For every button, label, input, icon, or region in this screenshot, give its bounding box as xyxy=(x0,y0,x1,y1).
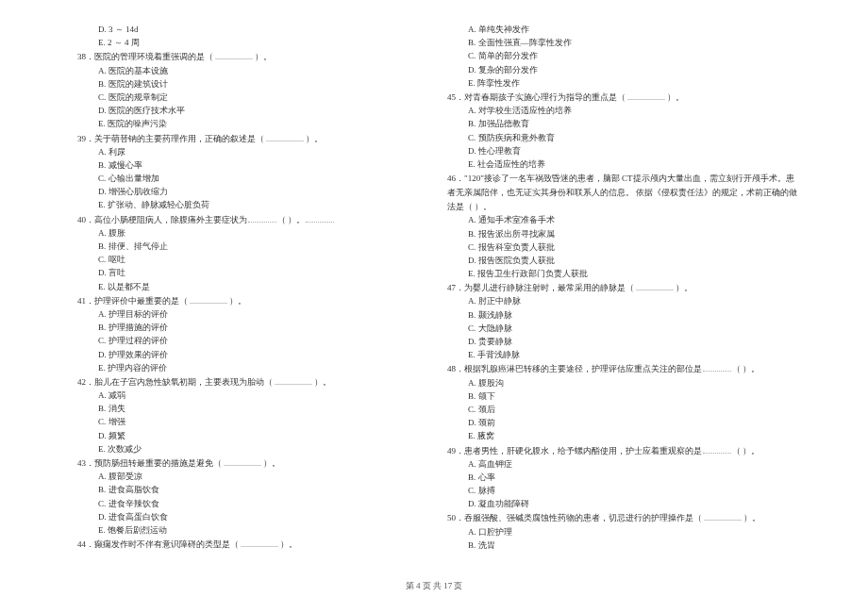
option: B. 减慢心率 xyxy=(77,160,421,172)
option: D. 凝血功能障碍 xyxy=(447,499,802,510)
option: B. 心率 xyxy=(447,472,802,484)
question-stem: 42．胎儿在子宫内急性缺氧初期，主要表现为胎动（）。 xyxy=(77,376,421,389)
option: A. 肘正中静脉 xyxy=(447,296,802,307)
option: D. 医院的医疗技术水平 xyxy=(77,106,421,117)
option: C. 报告科室负责人获批 xyxy=(447,242,802,254)
option: D. 增强心肌收缩力 xyxy=(77,187,421,198)
option: C. 进食辛辣饮食 xyxy=(77,499,421,510)
option: C. 预防疾病和意外教育 xyxy=(447,133,802,144)
option: E. 次数减少 xyxy=(77,444,421,456)
question-stem: 50．吞服强酸、强碱类腐蚀性药物的患者，切忌进行的护理操作是（）。 xyxy=(447,512,802,524)
option: C. 脉搏 xyxy=(447,486,802,497)
option: E. 腋窝 xyxy=(447,431,802,442)
question-stem-line: 者无亲属陪伴，也无证实其身份和联系人的信息。 依据《侵权责任法》的规定，术前正确… xyxy=(447,187,802,199)
left-column: D. 3 ～ 14d E. 2 ～ 4 周 38．医院的管理环境着重强调的是（）… xyxy=(77,25,440,554)
option: C. 医院的规章制定 xyxy=(77,92,421,104)
question-stem: 41．护理评价中最重要的是（）。 xyxy=(77,295,421,307)
option: D. 性心理教育 xyxy=(447,146,802,157)
option: D. 报告医院负责人获批 xyxy=(447,256,802,267)
question-stem: 43．预防肠扭转最重要的措施是避免（）。 xyxy=(77,457,421,470)
option: C. 呕吐 xyxy=(77,255,421,266)
option: E. 报告卫生行政部门负责人获批 xyxy=(447,269,802,280)
option: B. 加强品德教育 xyxy=(447,119,802,130)
option: D. 颈前 xyxy=(447,418,802,429)
page-footer: 第 4 页 共 17 页 xyxy=(0,580,868,592)
option: A. 通知手术室准备手术 xyxy=(447,215,802,226)
option: E. 社会适应性的培养 xyxy=(447,159,802,171)
option: B. 护理措施的评价 xyxy=(77,323,421,334)
option: B. 排便、排气停止 xyxy=(77,241,421,253)
question-stem: 46．"120"接诊了一名车祸致昏迷的患者，脑部 CT提示颅内大量出血，需立刻行… xyxy=(447,173,802,185)
option: E. 阵挛性发作 xyxy=(447,78,802,90)
question-stem: 47．为婴儿进行静脉注射时，最常采用的静脉是（）。 xyxy=(447,282,802,294)
option: A. 利尿 xyxy=(77,147,421,158)
question-stem: 44．癫痫发作时不伴有意识障碍的类型是（）。 xyxy=(77,538,421,551)
option: B. 消失 xyxy=(77,404,421,415)
option: D. 贵要静脉 xyxy=(447,337,802,348)
option: D. 频繁 xyxy=(77,431,421,442)
question-stem: 39．关于萌替钠的主要药理作用，正确的叙述是（）。 xyxy=(77,133,421,145)
option: B. 洗胃 xyxy=(447,540,802,552)
option: D. 盲吐 xyxy=(77,268,421,279)
option: A. 腹胀 xyxy=(77,228,421,240)
option: E. 手背浅静脉 xyxy=(447,350,802,361)
option: D. 复杂的部分发作 xyxy=(447,65,802,76)
option: D. 进食高蛋白饮食 xyxy=(77,512,421,523)
question-stem: 48．根据乳腺癌淋巴转移的主要途径，护理评估应重点关注的部位是（ ）。 xyxy=(447,363,802,375)
option: C. 增强 xyxy=(77,417,421,428)
option: D. 护理效果的评价 xyxy=(77,350,421,361)
question-stem: 49．患者男性，肝硬化腹水，给予螺内酯使用，护士应着重观察的是（ ）。 xyxy=(447,445,802,457)
option: E. 医院的噪声污染 xyxy=(77,119,421,130)
option: B. 进食高脂饮食 xyxy=(77,485,421,496)
option: B. 全面性强直—阵挛性发作 xyxy=(447,38,802,49)
option: A. 口腔护理 xyxy=(447,527,802,538)
question-stem: 40．高位小肠梗阻病人，除腹痛外主要症状为（ ）。 xyxy=(77,214,421,226)
option: A. 医院的基本设施 xyxy=(77,66,421,77)
option: E. 2 ～ 4 周 xyxy=(77,38,421,49)
option: A. 腹股沟 xyxy=(447,378,802,389)
option: A. 护理目标的评价 xyxy=(77,309,421,321)
option: C. 简单的部分发作 xyxy=(447,51,802,62)
option: E. 饱餐后剧烈运动 xyxy=(77,525,421,537)
option: B. 颌下 xyxy=(447,391,802,403)
option: B. 报告派出所寻找家属 xyxy=(447,229,802,240)
question-stem: 45．对青春期孩子实施心理行为指导的重点是（）。 xyxy=(447,91,802,104)
option: A. 高血钾症 xyxy=(447,459,802,471)
option: E. 以是都不是 xyxy=(77,282,421,293)
option: A. 减弱 xyxy=(77,390,421,402)
option: A. 单纯失神发作 xyxy=(447,25,802,36)
question-stem-line: 法是（ ）。 xyxy=(447,201,802,213)
option: C. 心输出量增加 xyxy=(77,174,421,185)
option: A. 腹部受凉 xyxy=(77,472,421,483)
option: A. 对学校生活适应性的培养 xyxy=(447,106,802,117)
option: B. 颞浅静脉 xyxy=(447,310,802,322)
question-stem: 38．医院的管理环境着重强调的是（）。 xyxy=(77,51,421,63)
right-column: A. 单纯失神发作 B. 全面性强直—阵挛性发作 C. 简单的部分发作 D. 复… xyxy=(440,25,802,554)
option: C. 大隐静脉 xyxy=(447,323,802,335)
option: C. 护理过程的评价 xyxy=(77,336,421,347)
option: C. 颈后 xyxy=(447,405,802,416)
option: D. 3 ～ 14d xyxy=(77,25,421,36)
option: E. 护理内容的评价 xyxy=(77,363,421,374)
option: B. 医院的建筑设计 xyxy=(77,79,421,91)
option: E. 扩张动、静脉减轻心脏负荷 xyxy=(77,200,421,211)
